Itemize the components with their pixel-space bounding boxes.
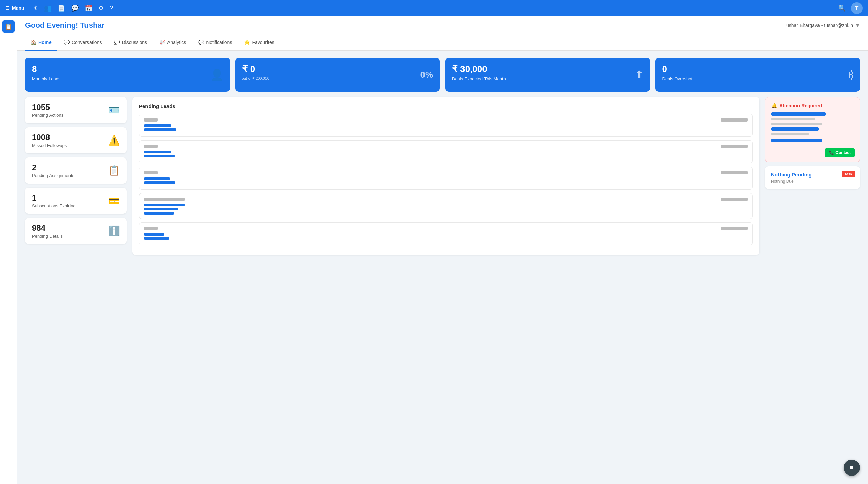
phone-icon: 📞 bbox=[829, 150, 834, 155]
sun-icon[interactable]: ☀ bbox=[33, 4, 38, 12]
tab-favourites[interactable]: ⭐ Favourites bbox=[239, 35, 279, 51]
sidebar-strip-icon[interactable]: 📋 bbox=[2, 20, 15, 33]
tab-analytics[interactable]: 📈 Analytics bbox=[154, 35, 192, 51]
attention-title: 🔔 Attention Required bbox=[771, 103, 853, 108]
att-bar-gray bbox=[771, 133, 809, 135]
nothing-pending-subtitle: Nothing Due bbox=[771, 179, 854, 184]
lead-blue-bar bbox=[144, 181, 175, 184]
lead-blue-bar bbox=[144, 128, 176, 131]
lead-row[interactable] bbox=[139, 167, 753, 190]
bottom-row: 1055Pending Actions 🪪 1008Missed Followu… bbox=[25, 97, 860, 255]
menu-label: Menu bbox=[12, 5, 24, 11]
lead-blue-bar bbox=[144, 177, 170, 180]
person-card-icon: 👤 bbox=[210, 68, 224, 81]
home-icon: 🏠 bbox=[31, 40, 36, 45]
nav-icons: ☀ 👥 📄 💬 📅 ⚙ ? bbox=[33, 4, 113, 12]
page-title: Good Evening! Tushar bbox=[25, 21, 784, 30]
lead-blue-bar bbox=[144, 237, 169, 240]
chevron-down-icon: ▼ bbox=[855, 23, 860, 28]
fab-button[interactable]: ⏹ bbox=[844, 460, 860, 476]
credit-card-icon: 💳 bbox=[108, 195, 120, 206]
user-selector[interactable]: Tushar Bhargava - tushar@zni.in ▼ bbox=[784, 23, 860, 28]
lead-row[interactable] bbox=[139, 140, 753, 163]
label-block bbox=[144, 145, 158, 148]
action-block bbox=[721, 171, 748, 174]
contact-button[interactable]: 📞 Contact bbox=[825, 148, 855, 157]
conversations-icon: 💬 bbox=[64, 40, 70, 45]
main-content: Good Evening! Tushar Tushar Bhargava - t… bbox=[17, 16, 868, 484]
action-block bbox=[721, 198, 748, 201]
lead-row[interactable] bbox=[139, 193, 753, 219]
bottom-left: 1055Pending Actions 🪪 1008Missed Followu… bbox=[25, 97, 127, 244]
tab-bar: 🏠 Home 💬 Conversations 💭 Discussions 📈 A… bbox=[17, 35, 868, 51]
action-block bbox=[721, 227, 748, 230]
pending-leads-card: Pending Leads bbox=[132, 97, 760, 255]
stat-pending-actions: 1055Pending Actions 🪪 bbox=[25, 97, 127, 123]
bitcoin-icon: ₿ bbox=[848, 69, 854, 81]
search-icon[interactable]: 🔍 bbox=[838, 4, 846, 12]
tab-notifications[interactable]: 💬 Notifications bbox=[193, 35, 237, 51]
content-area: 8 Monthly Leads 👤 ₹ 0 out of ₹ 200,000 0… bbox=[17, 51, 868, 262]
card-deals-expected: ₹ 30,000 Deals Expected This Month ⬆ bbox=[445, 58, 650, 92]
lead-row[interactable] bbox=[139, 114, 753, 137]
card-deals-overshot: 0 Deals Overshot ₿ bbox=[655, 58, 860, 92]
lead-blue-bar bbox=[144, 233, 164, 236]
nothing-pending-card: Nothing Pending Nothing Due Task bbox=[765, 166, 860, 189]
att-bar-gray bbox=[771, 118, 815, 120]
lead-blue-bar bbox=[144, 212, 174, 215]
stat-pending-details: 984Pending Details ℹ️ bbox=[25, 218, 127, 244]
tab-discussions[interactable]: 💭 Discussions bbox=[108, 35, 153, 51]
lead-blue-bar bbox=[144, 208, 178, 210]
menu-button[interactable]: ☰ Menu bbox=[5, 5, 24, 11]
top-stat-cards-row: 8 Monthly Leads 👤 ₹ 0 out of ₹ 200,000 0… bbox=[25, 58, 860, 92]
bell-icon: 🔔 bbox=[771, 103, 777, 108]
att-bar bbox=[771, 127, 819, 131]
card-monthly-leads: 8 Monthly Leads 👤 bbox=[25, 58, 230, 92]
sidebar-strip: 📋 bbox=[0, 16, 17, 484]
lead-blue-bar bbox=[144, 151, 171, 153]
stat-missed-followups: 1008Missed Followups ⚠️ bbox=[25, 127, 127, 153]
action-block bbox=[721, 118, 748, 122]
people-icon[interactable]: 👥 bbox=[44, 4, 52, 12]
att-bar bbox=[771, 139, 822, 142]
hamburger-icon: ☰ bbox=[5, 5, 10, 11]
top-nav: ☰ Menu ☀ 👥 📄 💬 📅 ⚙ ? 🔍 T bbox=[0, 0, 868, 16]
user-name: Tushar Bhargava - tushar@zni.in bbox=[784, 23, 853, 28]
document-icon[interactable]: 📄 bbox=[58, 4, 65, 12]
pct-display: 0% bbox=[420, 70, 433, 80]
warning-triangle-icon: ⚠️ bbox=[108, 135, 120, 146]
task-badge: Task bbox=[842, 171, 855, 177]
att-bar bbox=[771, 112, 826, 116]
star-icon: ⭐ bbox=[244, 40, 250, 45]
tab-home[interactable]: 🏠 Home bbox=[25, 35, 57, 51]
attention-bars bbox=[771, 112, 853, 142]
chat-icon[interactable]: 💬 bbox=[71, 4, 79, 12]
analytics-icon: 📈 bbox=[159, 40, 165, 45]
tab-conversations[interactable]: 💬 Conversations bbox=[58, 35, 107, 51]
card-revenue: ₹ 0 out of ₹ 200,000 0% bbox=[235, 58, 440, 92]
id-card-icon: 🪪 bbox=[108, 105, 120, 116]
attention-required-card: 🔔 Attention Required 📞 Contac bbox=[765, 97, 860, 162]
stat-pending-assignments: 2Pending Assignments 📋 bbox=[25, 157, 127, 184]
arrow-up-icon: ⬆ bbox=[635, 68, 644, 81]
help-icon[interactable]: ? bbox=[110, 5, 113, 12]
list-lines-icon: 📋 bbox=[108, 165, 120, 176]
calendar-icon[interactable]: 📅 bbox=[85, 4, 92, 12]
avatar[interactable]: T bbox=[851, 2, 863, 14]
lead-blue-bar bbox=[144, 204, 185, 206]
label-block bbox=[144, 198, 185, 201]
stat-subscriptions-expiring: 1Subscriptions Expiring 💳 bbox=[25, 188, 127, 214]
stop-icon: ⏹ bbox=[849, 465, 854, 471]
lead-blue-bar bbox=[144, 124, 171, 127]
lead-row[interactable] bbox=[139, 222, 753, 245]
label-block bbox=[144, 227, 158, 230]
info-circle-icon: ℹ️ bbox=[108, 225, 120, 237]
action-block bbox=[721, 145, 748, 148]
settings-icon[interactable]: ⚙ bbox=[98, 4, 104, 12]
discussions-icon: 💭 bbox=[114, 40, 120, 45]
layout: 📋 Good Evening! Tushar Tushar Bhargava -… bbox=[0, 16, 868, 484]
label-block bbox=[144, 118, 158, 122]
att-bar-gray bbox=[771, 123, 822, 125]
pending-leads-title: Pending Leads bbox=[139, 103, 753, 109]
header-bar: Good Evening! Tushar Tushar Bhargava - t… bbox=[17, 16, 868, 35]
